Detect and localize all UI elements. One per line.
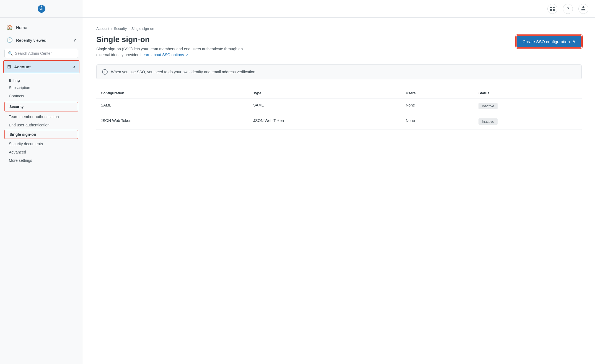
create-sso-label: Create SSO configuration bbox=[522, 39, 570, 44]
sidebar-item-more-settings[interactable]: More settings bbox=[0, 156, 83, 165]
table-row: JSON Web Token JSON Web Token None Inact… bbox=[96, 114, 582, 129]
sidebar-item-team-member-auth[interactable]: Team member authentication bbox=[0, 113, 83, 121]
cell-type-jwt: JSON Web Token bbox=[249, 114, 401, 129]
account-icon: ⊞ bbox=[7, 64, 11, 69]
user-profile-button[interactable] bbox=[578, 4, 588, 14]
apps-grid-button[interactable] bbox=[547, 4, 557, 14]
sidebar-item-security-documents[interactable]: Security documents bbox=[0, 140, 83, 148]
sidebar-item-subscription[interactable]: Subscription bbox=[0, 84, 83, 92]
sidebar: Z 🏠 Home 🕐 Recently viewed ∨ 🔍 Search Ad… bbox=[0, 0, 83, 364]
cell-configuration-jwt: JSON Web Token bbox=[96, 114, 249, 129]
account-label: Account bbox=[14, 64, 31, 69]
topbar: ? bbox=[83, 0, 595, 18]
page-description: Single sign-on (SSO) lets your team memb… bbox=[96, 46, 251, 58]
help-button[interactable]: ? bbox=[563, 4, 573, 14]
help-icon: ? bbox=[566, 6, 569, 11]
cell-type-saml: SAML bbox=[249, 98, 401, 114]
info-banner-text: When you use SSO, you need to do your ow… bbox=[111, 70, 256, 74]
sidebar-navigation: 🏠 Home 🕐 Recently viewed ∨ 🔍 Search Admi… bbox=[0, 18, 83, 364]
info-banner: i When you use SSO, you need to do your … bbox=[96, 64, 582, 79]
sidebar-recently-viewed-label: Recently viewed bbox=[16, 38, 46, 43]
create-sso-configuration-button[interactable]: Create SSO configuration ∨ bbox=[516, 35, 582, 48]
sidebar-logo: Z bbox=[0, 0, 83, 18]
apps-grid-icon bbox=[550, 7, 555, 11]
page-title: Single sign-on bbox=[96, 35, 251, 44]
sidebar-item-home[interactable]: 🏠 Home bbox=[0, 21, 83, 34]
sidebar-item-recently-viewed[interactable]: 🕐 Recently viewed ∨ bbox=[0, 34, 83, 46]
search-admin-center[interactable]: 🔍 Search Admin Center bbox=[4, 49, 78, 58]
learn-about-sso-link[interactable]: Learn about SSO options ↗ bbox=[141, 53, 188, 57]
column-users: Users bbox=[401, 88, 474, 98]
breadcrumb-sep-1: › bbox=[111, 27, 112, 31]
status-badge-inactive: Inactive bbox=[478, 103, 498, 109]
breadcrumb-single-sign-on: Single sign-on bbox=[131, 27, 154, 31]
cell-users-jwt: None bbox=[401, 114, 474, 129]
home-icon: 🏠 bbox=[7, 24, 13, 30]
search-placeholder-text: Search Admin Center bbox=[15, 51, 52, 56]
sidebar-item-advanced[interactable]: Advanced bbox=[0, 148, 83, 156]
sidebar-item-end-user-auth[interactable]: End user authentication bbox=[0, 121, 83, 129]
cell-configuration-saml: SAML bbox=[96, 98, 249, 114]
breadcrumb-security[interactable]: Security bbox=[114, 27, 127, 31]
column-type: Type bbox=[249, 88, 401, 98]
page-header: Single sign-on Single sign-on (SSO) lets… bbox=[96, 35, 582, 58]
account-section: ⊞ Account ∧ bbox=[3, 60, 79, 73]
column-status: Status bbox=[474, 88, 582, 98]
main-content: Account › Security › Single sign-on Sing… bbox=[83, 18, 595, 364]
sidebar-item-contacts[interactable]: Contacts bbox=[0, 92, 83, 100]
account-nav-item[interactable]: ⊞ Account ∧ bbox=[4, 61, 79, 73]
breadcrumb-sep-2: › bbox=[128, 27, 130, 31]
security-nav-header[interactable]: Security bbox=[5, 102, 78, 111]
cell-status-saml: Inactive bbox=[474, 98, 582, 114]
breadcrumb: Account › Security › Single sign-on bbox=[96, 27, 582, 31]
search-icon: 🔍 bbox=[8, 51, 13, 56]
sidebar-item-single-sign-on[interactable]: Single sign-on bbox=[4, 130, 78, 139]
clock-icon: 🕐 bbox=[7, 37, 13, 43]
table-body: SAML SAML None Inactive JSON Web Token J… bbox=[96, 98, 582, 129]
create-sso-chevron-icon: ∨ bbox=[573, 39, 576, 44]
page-title-block: Single sign-on Single sign-on (SSO) lets… bbox=[96, 35, 251, 58]
table-header: Configuration Type Users Status bbox=[96, 88, 582, 98]
user-avatar-icon bbox=[581, 6, 586, 12]
account-sub-nav: Billing Subscription Contacts Security T… bbox=[0, 74, 83, 166]
info-icon: i bbox=[102, 69, 108, 75]
chevron-down-icon: ∨ bbox=[73, 38, 76, 42]
status-badge-inactive-jwt: Inactive bbox=[478, 118, 498, 125]
cell-status-jwt: Inactive bbox=[474, 114, 582, 129]
svg-text:Z: Z bbox=[40, 7, 43, 11]
account-chevron-icon: ∧ bbox=[73, 65, 76, 69]
zendesk-logo-icon: Z bbox=[37, 4, 46, 14]
billing-header: Billing bbox=[0, 76, 83, 84]
table-row: SAML SAML None Inactive bbox=[96, 98, 582, 114]
cell-users-saml: None bbox=[401, 98, 474, 114]
sidebar-home-label: Home bbox=[16, 25, 27, 30]
sso-configurations-table: Configuration Type Users Status SAML SAM… bbox=[96, 88, 582, 129]
column-configuration: Configuration bbox=[96, 88, 249, 98]
main-area: ? Account › Security › Single sign-on Si… bbox=[83, 0, 595, 364]
breadcrumb-account[interactable]: Account bbox=[96, 27, 109, 31]
